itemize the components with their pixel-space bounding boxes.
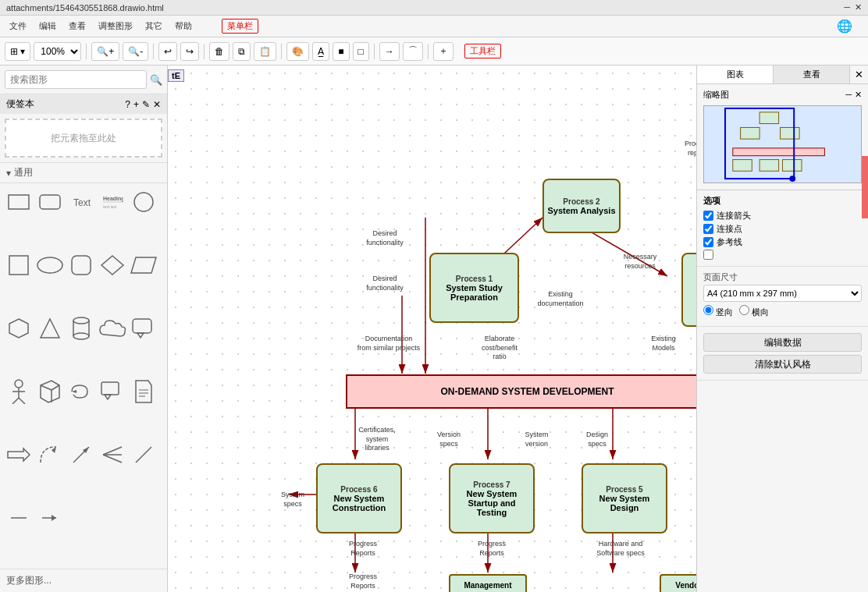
ref-line-checkbox[interactable] [703, 237, 713, 247]
shape-rect-2[interactable] [36, 188, 64, 216]
shape-person[interactable] [5, 378, 33, 406]
minimap-minimize-btn[interactable]: ─ [845, 90, 852, 100]
shape-circle[interactable] [130, 188, 158, 216]
portrait-radio[interactable] [703, 305, 713, 315]
shape-oval[interactable] [36, 251, 64, 279]
notepad-add-icon[interactable]: + [133, 99, 139, 110]
panel-close-icon[interactable]: ✕ [850, 66, 868, 83]
shape-speech-bubble[interactable] [130, 314, 158, 342]
shape-text[interactable]: Text [67, 188, 95, 216]
connect-arrow-checkbox[interactable] [703, 211, 713, 221]
svg-line-41 [103, 455, 122, 463]
shape-btn[interactable]: □ [353, 42, 369, 61]
center-box[interactable]: ON-DEMAND SYSTEM DEVELOPMENT [346, 374, 696, 409]
minimap-canvas[interactable] [703, 105, 862, 183]
shape-short-line[interactable] [5, 504, 33, 532]
notepad-drop-zone[interactable]: 把元素拖至此处 [5, 119, 162, 158]
redo-btn[interactable]: ↪ [180, 42, 199, 61]
menu-file[interactable]: 文件 [3, 19, 33, 34]
shape-rect-1[interactable] [5, 188, 33, 216]
shape-parallelogram[interactable] [130, 251, 158, 279]
menu-edit[interactable]: 编辑 [33, 19, 62, 34]
shape-arrow-curve[interactable] [36, 441, 64, 469]
shape-square[interactable] [5, 251, 33, 279]
close-window-btn[interactable]: ✕ [855, 2, 862, 12]
shape-doc[interactable] [130, 378, 158, 406]
line-color-btn[interactable]: A̲ [312, 42, 329, 61]
svg-marker-11 [131, 257, 156, 273]
toolbar-sep-1 [86, 44, 87, 59]
shape-heading[interactable]: Headingtext text [98, 188, 126, 216]
process6-box[interactable]: Process 6 New SystemConstruction [316, 463, 402, 534]
menu-help[interactable]: 帮助 [169, 19, 198, 34]
shape-arrow-scatter[interactable] [98, 441, 126, 469]
minimize-btn[interactable]: ─ [844, 2, 850, 12]
menu-other[interactable]: 其它 [139, 19, 169, 34]
edit-data-btn[interactable]: 编辑数据 [703, 333, 862, 352]
process1-title: Process 1 [456, 275, 493, 283]
add-btn[interactable]: ＋ [433, 42, 454, 61]
tab-view[interactable]: 查看 [774, 66, 850, 83]
search-input[interactable] [5, 70, 147, 89]
shape-triangle[interactable] [36, 314, 64, 342]
process1-box[interactable]: Process 1 System StudyPreparation [429, 253, 519, 323]
shapes-collapse-icon[interactable]: ▾ [6, 168, 11, 179]
process7-box[interactable]: Process 7 New SystemStartup andTesting [449, 463, 535, 534]
tab-diagram[interactable]: 图表 [697, 66, 774, 83]
connect-point-checkbox[interactable] [703, 224, 713, 234]
page-size-select[interactable]: A4 (210 mm x 297 mm) A3 Letter [703, 285, 862, 302]
zoom-in-btn[interactable]: 🔍+ [91, 42, 119, 61]
connector-btn[interactable]: → [379, 42, 400, 61]
zoom-out-btn[interactable]: 🔍- [123, 42, 148, 61]
curve-btn[interactable]: ⌒ [403, 42, 423, 61]
minimap-close-btn[interactable]: ✕ [855, 90, 862, 100]
paste-btn[interactable]: 📋 [254, 42, 276, 61]
notepad-question-icon[interactable]: ? [125, 99, 130, 110]
process5-box[interactable]: Process 5 New SystemDesign [582, 463, 667, 534]
file-path: attachments/1546430551868.drawio.html [6, 3, 164, 12]
svg-line-39 [103, 447, 122, 455]
zoom-select[interactable]: 100% 75% 150% [34, 42, 81, 61]
menubar-annotation: 菜单栏 [222, 19, 258, 34]
shape-callout[interactable] [98, 378, 126, 406]
connect-arrow-label: 连接箭头 [717, 210, 751, 222]
copy-btn[interactable]: ⧉ [233, 42, 251, 61]
svg-point-14 [73, 317, 89, 324]
shape-arrow-right[interactable] [5, 441, 33, 469]
shape-hexagon[interactable] [5, 314, 33, 342]
landscape-option: 横向 [739, 305, 769, 318]
more-shapes-btn[interactable]: 更多图形... [0, 569, 167, 592]
vendors-box[interactable]: Vendors [660, 574, 696, 592]
menu-adjust[interactable]: 调整图形 [92, 19, 139, 34]
notepad-close-icon[interactable]: ✕ [153, 99, 161, 110]
undo-btn[interactable]: ↩ [158, 42, 177, 61]
grid-toggle-btn[interactable]: ⊞ ▾ [5, 42, 30, 61]
shape-cloud[interactable] [98, 314, 126, 342]
svg-rect-68 [783, 160, 802, 172]
landscape-radio[interactable] [739, 305, 749, 315]
unknown-checkbox[interactable] [703, 250, 713, 260]
shape-cube[interactable] [36, 378, 64, 406]
fill-color-btn[interactable]: ■ [333, 42, 349, 61]
management-box[interactable]: Management [449, 574, 527, 592]
shape-diagonal-line[interactable] [130, 441, 158, 469]
format-btn[interactable]: 🎨 [286, 42, 309, 61]
shape-rounded-square[interactable] [67, 251, 95, 279]
process2-box[interactable]: Process 2 System Analysis [542, 179, 621, 233]
delete-btn[interactable]: 🗑 [209, 42, 229, 61]
shape-cylinder[interactable] [67, 314, 95, 342]
shape-diamond[interactable] [98, 251, 126, 279]
svg-rect-63 [741, 127, 760, 139]
connect-point-row: 连接点 [703, 223, 862, 235]
svg-line-26 [41, 385, 52, 390]
menu-view[interactable]: 查看 [62, 19, 92, 34]
svg-line-23 [12, 398, 19, 404]
clear-style-btn[interactable]: 清除默认风格 [703, 355, 862, 374]
shape-arrow-up-right[interactable] [67, 441, 95, 469]
process4-box[interactable]: Process 4 Detail ChosenSolution [681, 253, 696, 327]
notepad-edit-icon[interactable]: ✎ [142, 99, 150, 110]
shape-arrow-line[interactable] [36, 504, 64, 532]
canvas-area[interactable]: Progressreports Progressreports Process … [168, 66, 696, 592]
label-progress-reports-6: ProgressReports [336, 540, 390, 558]
shape-loop[interactable] [67, 378, 95, 406]
